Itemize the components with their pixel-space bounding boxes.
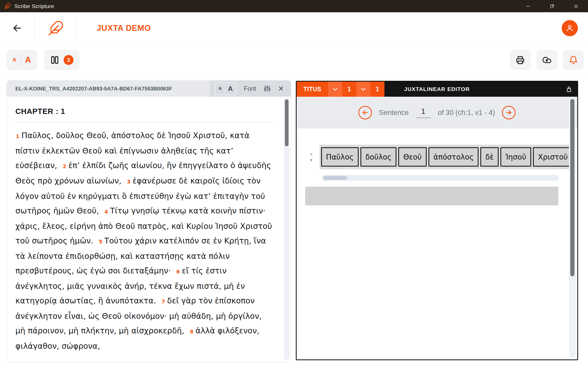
increase-font-button[interactable]: A	[25, 55, 31, 65]
chapter-chevron-down-icon[interactable]	[356, 82, 370, 97]
verse-number: 5	[99, 239, 102, 244]
font-size-button-group[interactable]: A A	[7, 50, 37, 70]
next-sentence-button[interactable]	[502, 106, 516, 119]
chapter-heading: CHAPTER : 1	[15, 107, 274, 116]
word-chip[interactable]: δὲ	[480, 147, 499, 167]
editor-title: JUXTALINEAR EDITOR	[404, 86, 470, 92]
verse-number: 6	[176, 269, 180, 274]
sentence-navigation: Sentence of 30 (ch:1, v1 - 4)	[297, 97, 577, 129]
verse-number: 7	[162, 299, 165, 304]
juxtalinear-editor-panel: TITUS 1 1 JUXTALINEAR EDITOR Sentence of	[296, 81, 578, 360]
sliders-icon[interactable]	[263, 85, 271, 93]
editor-body: ▲ ▼ ΠαῦλοςδοῦλοςΘεοῦἀπόστολοςδὲἸησοῦΧρισ…	[297, 129, 577, 360]
print-button[interactable]	[510, 50, 530, 70]
chips-horizontal-scrollbar-thumb[interactable]	[323, 176, 347, 180]
verse-indicator[interactable]: 1	[370, 82, 384, 97]
word-chip-row: ΠαῦλοςδοῦλοςΘεοῦἀπόστολοςδὲἸησοῦΧριστοῦ	[320, 145, 569, 169]
resource-title: EL-X-KOINE_TRS_A4202207-AB93-5A7A-BD67-F…	[7, 86, 210, 92]
close-panel-icon[interactable]: ✕	[278, 85, 284, 93]
sentence-label: Sentence	[379, 109, 409, 117]
resource-decrease-font-button[interactable]: A	[219, 86, 222, 91]
resource-panel-controls: A A Font ✕	[210, 81, 291, 97]
app-header: JUXTA DEMO	[0, 12, 588, 44]
editor-scrollbar-thumb[interactable]	[570, 99, 574, 276]
word-chip[interactable]: Θεοῦ	[398, 147, 427, 167]
sentence-number-input[interactable]	[416, 107, 431, 118]
verse-number: 4	[105, 209, 108, 215]
verse-number: 1	[16, 133, 19, 139]
divider	[15, 122, 274, 123]
resource-font-size-group[interactable]: A A	[215, 82, 237, 95]
divider	[225, 85, 225, 93]
notifications-bell-button[interactable]	[563, 50, 584, 70]
book-selector[interactable]: TITUS	[297, 82, 328, 97]
resource-increase-font-button[interactable]: A	[228, 85, 233, 93]
columns-count-badge: 2	[64, 55, 74, 65]
divider	[20, 55, 21, 65]
editor-header: TITUS 1 1 JUXTALINEAR EDITOR	[297, 82, 577, 97]
word-chip[interactable]: Παῦλος	[321, 147, 359, 167]
verse-text: 1Παῦλος, δοῦλος Θεοῦ, ἀπόστολος δὲ Ἰησοῦ…	[15, 128, 274, 353]
app-logo-feather-icon[interactable]	[35, 12, 77, 44]
feather-icon	[4, 3, 11, 10]
verse-number: 2	[63, 163, 66, 169]
word-chip[interactable]: ἀπόστολος	[428, 147, 479, 167]
minimize-button[interactable]	[516, 0, 540, 12]
chapter-selector[interactable]: 1	[342, 82, 356, 97]
editor-scrollbar-track[interactable]	[569, 98, 576, 357]
sentence-drop-zone[interactable]	[305, 187, 558, 205]
font-menu-button[interactable]: Font	[244, 85, 256, 92]
columns-layout-button[interactable]: 2	[44, 50, 79, 70]
reorder-controls: ▲ ▼	[309, 152, 313, 162]
scripture-scrollbar-track[interactable]	[284, 98, 290, 360]
move-down-icon[interactable]: ▼	[309, 158, 313, 162]
scripture-text-area: CHAPTER : 1 1Παῦλος, δοῦλος Θεοῦ, ἀπόστο…	[7, 97, 291, 353]
book-chevron-down-icon[interactable]	[328, 82, 342, 97]
verse-number: 8	[190, 329, 193, 334]
user-avatar[interactable]	[562, 20, 578, 36]
sentence-total-label: of 30 (ch:1, v1 - 4)	[438, 109, 495, 117]
word-chip-section: ▲ ▼ ΠαῦλοςδοῦλοςΘεοῦἀπόστολοςδὲἸησοῦΧρισ…	[309, 145, 569, 169]
main-content: EL-X-KOINE_TRS_A4202207-AB93-5A7A-BD67-F…	[0, 76, 588, 367]
resource-panel-header: EL-X-KOINE_TRS_A4202207-AB93-5A7A-BD67-F…	[7, 81, 291, 97]
scripture-resource-panel: EL-X-KOINE_TRS_A4202207-AB93-5A7A-BD67-F…	[7, 80, 291, 362]
cloud-upload-button[interactable]	[537, 50, 557, 70]
move-up-icon[interactable]: ▲	[309, 152, 313, 156]
scripture-scrollbar-thumb[interactable]	[285, 99, 289, 146]
columns-icon	[50, 55, 59, 65]
word-chip[interactable]: Χριστοῦ	[533, 147, 569, 167]
back-button[interactable]	[0, 12, 35, 44]
page-title: JUXTA DEMO	[97, 23, 151, 33]
verse-number: 3	[127, 179, 130, 185]
previous-sentence-button[interactable]	[358, 106, 372, 119]
lock-icon[interactable]	[565, 85, 573, 93]
toolbar: A A 2	[0, 44, 588, 76]
restore-button[interactable]	[540, 0, 564, 12]
chips-horizontal-scrollbar-track[interactable]	[322, 175, 559, 181]
window-titlebar: Scribe Scripture	[0, 0, 588, 12]
word-chip[interactable]: Ἰησοῦ	[500, 147, 531, 167]
close-window-button[interactable]	[564, 0, 588, 12]
word-chip[interactable]: δοῦλος	[360, 147, 397, 167]
app-title: Scribe Scripture	[14, 3, 54, 9]
decrease-font-button[interactable]: A	[13, 57, 16, 63]
